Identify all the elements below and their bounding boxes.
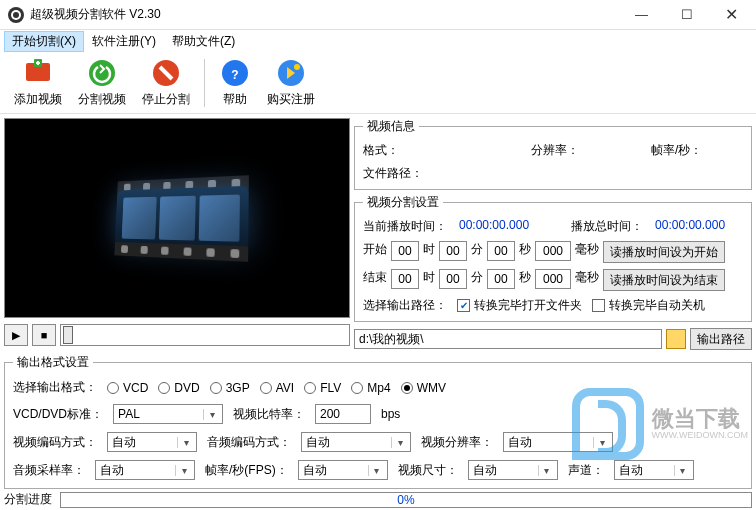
help-icon: ? xyxy=(219,57,251,89)
seek-thumb[interactable] xyxy=(63,326,73,344)
video-encoder-select[interactable]: 自动 xyxy=(107,432,197,452)
set-end-from-playtime-button[interactable]: 读播放时间设为结束 xyxy=(603,269,725,291)
fps-setting-label: 帧率/秒(FPS)： xyxy=(205,462,288,479)
stop-split-icon xyxy=(150,57,182,89)
vcd-dvd-standard-select[interactable]: PAL xyxy=(113,404,223,424)
progress-value: 0% xyxy=(397,493,414,507)
audio-samplerate-label: 音频采样率： xyxy=(13,462,85,479)
menu-help[interactable]: 帮助文件(Z) xyxy=(164,31,243,52)
start-sec-input[interactable] xyxy=(487,241,515,261)
close-button[interactable]: ✕ xyxy=(709,1,754,29)
start-ms-input[interactable] xyxy=(535,241,571,261)
buy-register-button[interactable]: 购买注册 xyxy=(261,55,321,110)
help-button[interactable]: ? 帮助 xyxy=(213,55,257,110)
film-placeholder-icon xyxy=(114,165,249,273)
add-video-button[interactable]: 添加视频 xyxy=(8,55,68,110)
resolution-label: 分辨率： xyxy=(531,142,579,159)
play-button[interactable]: ▶ xyxy=(4,324,28,346)
end-min-input[interactable] xyxy=(439,269,467,289)
window-title: 超级视频分割软件 V2.30 xyxy=(30,6,619,23)
output-format-legend: 输出格式设置 xyxy=(13,354,93,371)
format-3gp-radio[interactable] xyxy=(210,382,222,394)
svg-text:?: ? xyxy=(231,68,238,82)
end-sec-input[interactable] xyxy=(487,269,515,289)
channel-label: 声道： xyxy=(568,462,604,479)
open-folder-checkbox[interactable]: ✔ xyxy=(457,299,470,312)
stop-split-label: 停止分割 xyxy=(142,91,190,108)
format-label: 格式： xyxy=(363,142,399,159)
audio-samplerate-select[interactable]: 自动 xyxy=(95,460,195,480)
progress-label: 分割进度 xyxy=(4,491,52,508)
total-time-label: 播放总时间： xyxy=(571,218,643,235)
split-video-icon xyxy=(86,57,118,89)
video-info-group: 视频信息 格式： 分辨率： 帧率/秒： 文件路径： xyxy=(354,118,752,190)
vcd-dvd-standard-label: VCD/DVD标准： xyxy=(13,406,103,423)
video-resolution-select[interactable]: 自动 xyxy=(503,432,613,452)
app-icon xyxy=(8,7,24,23)
open-folder-label: 转换完毕打开文件夹 xyxy=(474,297,582,314)
menu-start-cut[interactable]: 开始切割(X) xyxy=(4,31,84,52)
filepath-label: 文件路径： xyxy=(363,165,423,182)
video-size-select[interactable]: 自动 xyxy=(468,460,558,480)
format-flv-radio[interactable] xyxy=(304,382,316,394)
video-resolution-label: 视频分辨率： xyxy=(421,434,493,451)
output-path-button[interactable]: 输出路径 xyxy=(690,328,752,350)
start-min-input[interactable] xyxy=(439,241,467,261)
output-path-label: 选择输出路径： xyxy=(363,297,447,314)
fps-select[interactable]: 自动 xyxy=(298,460,388,480)
stop-button[interactable]: ■ xyxy=(32,324,56,346)
buy-register-icon xyxy=(275,57,307,89)
video-bitrate-label: 视频比特率： xyxy=(233,406,305,423)
buy-register-label: 购买注册 xyxy=(267,91,315,108)
end-label: 结束 xyxy=(363,269,387,291)
auto-shutdown-label: 转换完毕自动关机 xyxy=(609,297,705,314)
output-path-input[interactable]: d:\我的视频\ xyxy=(354,329,662,349)
start-hour-input[interactable] xyxy=(391,241,419,261)
split-settings-legend: 视频分割设置 xyxy=(363,194,443,211)
stop-split-button[interactable]: 停止分割 xyxy=(136,55,196,110)
seek-slider[interactable] xyxy=(60,324,350,346)
start-label: 开始 xyxy=(363,241,387,263)
progress-bar: 0% xyxy=(60,492,752,508)
folder-icon[interactable] xyxy=(666,329,686,349)
channel-select[interactable]: 自动 xyxy=(614,460,694,480)
format-wmv-radio[interactable] xyxy=(401,382,413,394)
auto-shutdown-checkbox[interactable] xyxy=(592,299,605,312)
format-mp4-radio[interactable] xyxy=(351,382,363,394)
format-avi-radio[interactable] xyxy=(260,382,272,394)
current-time-value: 00:00:00.000 xyxy=(459,218,529,235)
video-size-label: 视频尺寸： xyxy=(398,462,458,479)
current-time-label: 当前播放时间： xyxy=(363,218,447,235)
end-hour-input[interactable] xyxy=(391,269,419,289)
minimize-button[interactable]: — xyxy=(619,1,664,29)
maximize-button[interactable]: ☐ xyxy=(664,1,709,29)
set-start-from-playtime-button[interactable]: 读播放时间设为开始 xyxy=(603,241,725,263)
audio-encoder-select[interactable]: 自动 xyxy=(301,432,411,452)
bitrate-unit: bps xyxy=(381,407,400,421)
menu-register[interactable]: 软件注册(Y) xyxy=(84,31,164,52)
format-dvd-radio[interactable] xyxy=(158,382,170,394)
svg-point-7 xyxy=(294,64,300,70)
toolbar-separator xyxy=(204,59,205,107)
end-ms-input[interactable] xyxy=(535,269,571,289)
output-format-group: 输出格式设置 选择输出格式： VCD DVD 3GP AVI FLV Mp4 W… xyxy=(4,354,752,489)
video-preview xyxy=(4,118,350,318)
fps-label: 帧率/秒： xyxy=(651,142,702,159)
split-video-button[interactable]: 分割视频 xyxy=(72,55,132,110)
split-video-label: 分割视频 xyxy=(78,91,126,108)
help-label: 帮助 xyxy=(223,91,247,108)
video-info-legend: 视频信息 xyxy=(363,118,419,135)
total-time-value: 00:00:00.000 xyxy=(655,218,725,235)
format-vcd-radio[interactable] xyxy=(107,382,119,394)
select-format-label: 选择输出格式： xyxy=(13,379,97,396)
audio-encoder-label: 音频编码方式： xyxy=(207,434,291,451)
video-bitrate-input[interactable] xyxy=(315,404,371,424)
video-encoder-label: 视频编码方式： xyxy=(13,434,97,451)
split-settings-group: 视频分割设置 当前播放时间： 00:00:00.000 播放总时间： 00:00… xyxy=(354,194,752,322)
add-video-label: 添加视频 xyxy=(14,91,62,108)
add-video-icon xyxy=(22,57,54,89)
